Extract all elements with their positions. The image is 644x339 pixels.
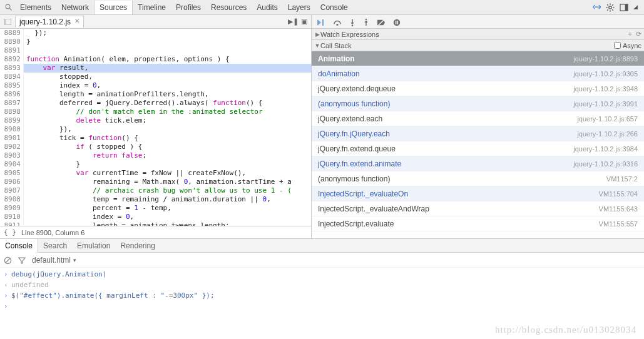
- source-pane: jquery-1.10.2.js ✕ ▶❚ ▣ 8889889088918892…: [0, 15, 312, 238]
- console-output[interactable]: ›debug(jQuery.Animation)‹undefined›$("#e…: [0, 268, 644, 313]
- call-stack-frame[interactable]: InjectedScript._evaluateAndWrapVM1155:64…: [312, 201, 644, 216]
- call-stack-frame[interactable]: jQuery.extend.eachjquery-1.10.2.js:657: [312, 111, 644, 126]
- async-checkbox[interactable]: [614, 42, 621, 49]
- svg-line-30: [6, 258, 10, 263]
- call-stack-list: Animationjquery-1.10.2.js:8893doAnimatio…: [312, 51, 644, 231]
- svg-rect-27: [396, 21, 397, 24]
- context-selector[interactable]: default.html: [32, 256, 76, 265]
- call-stack-frame[interactable]: jQuery.fn.extend.queuejquery-1.10.2.js:3…: [312, 141, 644, 156]
- step-over-icon[interactable]: [333, 17, 342, 26]
- drawer-tabs: ConsoleSearchEmulationRendering: [0, 239, 644, 253]
- svg-line-7: [607, 4, 608, 6]
- format-button[interactable]: { }: [4, 228, 16, 236]
- search-icon[interactable]: [3, 4, 15, 11]
- editor-status-bar: { } Line 8900, Column 6: [0, 226, 311, 238]
- drawer-collapse-icon[interactable]: ◢: [633, 4, 638, 10]
- svg-point-20: [352, 24, 354, 26]
- filter-icon[interactable]: [18, 256, 26, 265]
- tab-profiles[interactable]: Profiles: [171, 1, 206, 14]
- call-stack-frame[interactable]: (anonymous function)VM1157:2: [312, 171, 644, 186]
- svg-line-8: [612, 9, 613, 11]
- play-pause-icon[interactable]: ▶❚: [288, 18, 299, 26]
- svg-marker-19: [350, 23, 354, 24]
- call-stack-frame[interactable]: InjectedScript._evaluateOnVM1155:704: [312, 186, 644, 201]
- svg-rect-12: [625, 4, 628, 11]
- svg-rect-14: [4, 19, 6, 25]
- show-drawer-icon[interactable]: [592, 3, 601, 11]
- devtools-right-controls: ◢: [592, 3, 641, 12]
- tab-resources[interactable]: Resources: [206, 1, 252, 14]
- file-tabs: jquery-1.10.2.js ✕ ▶❚ ▣: [0, 15, 311, 29]
- top-tabbar: ElementsNetworkSourcesTimelineProfilesRe…: [0, 0, 644, 15]
- tab-console[interactable]: Console: [315, 1, 353, 14]
- code-editor[interactable]: 8889889088918892889388948895889688978898…: [0, 29, 311, 226]
- drawer-tab-search[interactable]: Search: [38, 239, 72, 253]
- gear-icon[interactable]: [606, 3, 615, 12]
- refresh-watch-icon[interactable]: ⟳: [636, 30, 641, 38]
- svg-point-2: [609, 6, 611, 9]
- call-stack-frame[interactable]: jQuery.extend.dequeuejquery-1.10.2.js:39…: [312, 81, 644, 96]
- call-stack-frame[interactable]: jQuery.fn.jQuery.eachjquery-1.10.2.js:26…: [312, 126, 644, 141]
- resume-icon[interactable]: [317, 17, 325, 27]
- tab-sources[interactable]: Sources: [94, 1, 133, 14]
- tab-layers[interactable]: Layers: [283, 1, 315, 14]
- async-toggle[interactable]: Async: [614, 42, 641, 49]
- svg-marker-15: [317, 19, 321, 26]
- svg-rect-28: [397, 21, 399, 24]
- call-stack-frame[interactable]: (anonymous function)jquery-1.10.2.js:399…: [312, 96, 644, 111]
- deactivate-breakpoints-icon[interactable]: [377, 17, 386, 26]
- svg-point-0: [6, 4, 10, 9]
- clear-console-icon[interactable]: [4, 255, 12, 264]
- tab-network[interactable]: Network: [56, 1, 94, 14]
- tab-audits[interactable]: Audits: [252, 1, 282, 14]
- console-filter-bar: default.html: [0, 253, 644, 268]
- close-icon[interactable]: ✕: [74, 18, 79, 26]
- add-watch-icon[interactable]: +: [628, 30, 632, 38]
- svg-line-1: [10, 8, 12, 10]
- svg-line-9: [607, 9, 608, 11]
- watermark-text: http://blog.csdn.net/u013028034: [495, 325, 636, 335]
- file-tab[interactable]: jquery-1.10.2.js ✕: [15, 16, 84, 28]
- watch-expressions-header[interactable]: ▶ Watch Expressions + ⟳: [312, 29, 644, 40]
- step-into-icon[interactable]: [349, 17, 355, 26]
- expand-icon: ▶: [314, 31, 320, 38]
- file-tab-name: jquery-1.10.2.js: [19, 18, 71, 26]
- tab-timeline[interactable]: Timeline: [133, 1, 171, 14]
- call-stack-frame[interactable]: jQuery.fn.extend.animatejquery-1.10.2.js…: [312, 156, 644, 171]
- call-stack-header[interactable]: ▼ Call Stack Async: [312, 40, 644, 51]
- pause-on-exceptions-icon[interactable]: [393, 17, 401, 26]
- svg-point-26: [394, 19, 400, 25]
- drawer-tab-console[interactable]: Console: [0, 239, 38, 253]
- drawer-tab-emulation[interactable]: Emulation: [72, 239, 115, 253]
- svg-point-23: [365, 19, 367, 20]
- call-stack-frame[interactable]: doAnimationjquery-1.10.2.js:9305: [312, 66, 644, 81]
- call-stack-frame[interactable]: Animationjquery-1.10.2.js:8893: [312, 51, 644, 66]
- debug-pane: ▶ Watch Expressions + ⟳ ▼ Call Stack Asy…: [312, 15, 644, 238]
- debug-toolbar: [312, 15, 644, 29]
- cursor-position: Line 8900, Column 6: [21, 229, 85, 236]
- tab-elements[interactable]: Elements: [15, 1, 56, 14]
- svg-marker-22: [364, 20, 367, 22]
- drawer-tab-rendering[interactable]: Rendering: [115, 239, 160, 253]
- dock-icon[interactable]: [620, 3, 628, 11]
- call-stack-frame[interactable]: InjectedScript.evaluateVM1155:557: [312, 216, 644, 231]
- collapse-icon: ▼: [314, 43, 320, 49]
- format-icon[interactable]: ▣: [301, 18, 307, 26]
- svg-point-17: [336, 23, 338, 25]
- editor-controls: ▶❚ ▣: [288, 18, 310, 26]
- file-nav-icon[interactable]: [1, 18, 14, 26]
- step-out-icon[interactable]: [363, 17, 369, 26]
- svg-rect-16: [322, 19, 324, 26]
- svg-marker-31: [19, 258, 25, 263]
- svg-line-10: [612, 4, 613, 6]
